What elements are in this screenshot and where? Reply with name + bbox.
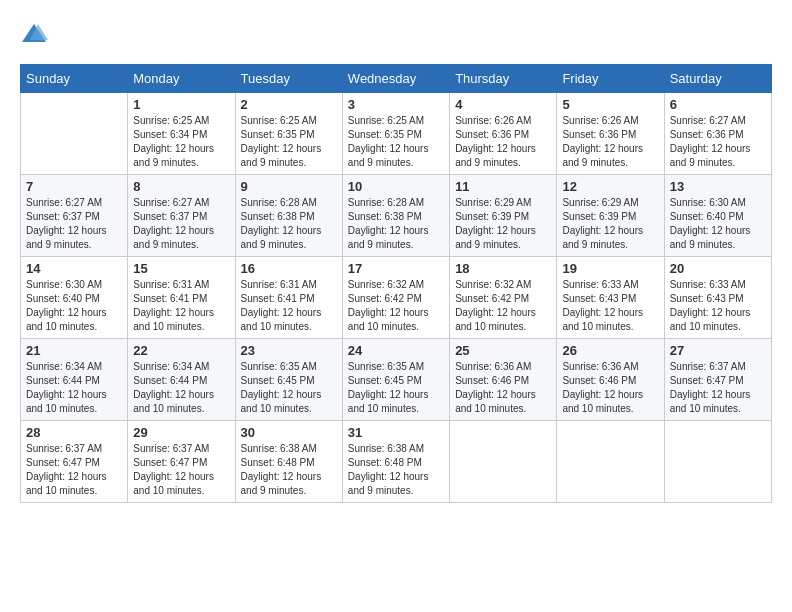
day-number: 29 — [133, 425, 229, 440]
day-info: Sunrise: 6:36 AM Sunset: 6:46 PM Dayligh… — [455, 360, 551, 416]
day-number: 20 — [670, 261, 766, 276]
day-number: 12 — [562, 179, 658, 194]
logo — [20, 20, 52, 48]
calendar-cell: 10Sunrise: 6:28 AM Sunset: 6:38 PM Dayli… — [342, 175, 449, 257]
calendar-cell: 22Sunrise: 6:34 AM Sunset: 6:44 PM Dayli… — [128, 339, 235, 421]
day-info: Sunrise: 6:27 AM Sunset: 6:37 PM Dayligh… — [133, 196, 229, 252]
calendar-cell: 18Sunrise: 6:32 AM Sunset: 6:42 PM Dayli… — [450, 257, 557, 339]
day-number: 15 — [133, 261, 229, 276]
calendar-cell: 29Sunrise: 6:37 AM Sunset: 6:47 PM Dayli… — [128, 421, 235, 503]
day-info: Sunrise: 6:32 AM Sunset: 6:42 PM Dayligh… — [348, 278, 444, 334]
calendar-body: 1Sunrise: 6:25 AM Sunset: 6:34 PM Daylig… — [21, 93, 772, 503]
day-info: Sunrise: 6:25 AM Sunset: 6:35 PM Dayligh… — [241, 114, 337, 170]
day-number: 19 — [562, 261, 658, 276]
calendar-cell: 27Sunrise: 6:37 AM Sunset: 6:47 PM Dayli… — [664, 339, 771, 421]
week-row-1: 7Sunrise: 6:27 AM Sunset: 6:37 PM Daylig… — [21, 175, 772, 257]
day-info: Sunrise: 6:34 AM Sunset: 6:44 PM Dayligh… — [133, 360, 229, 416]
day-number: 1 — [133, 97, 229, 112]
day-number: 4 — [455, 97, 551, 112]
week-row-4: 28Sunrise: 6:37 AM Sunset: 6:47 PM Dayli… — [21, 421, 772, 503]
calendar-cell: 17Sunrise: 6:32 AM Sunset: 6:42 PM Dayli… — [342, 257, 449, 339]
day-number: 24 — [348, 343, 444, 358]
day-info: Sunrise: 6:35 AM Sunset: 6:45 PM Dayligh… — [241, 360, 337, 416]
day-number: 13 — [670, 179, 766, 194]
calendar-cell: 19Sunrise: 6:33 AM Sunset: 6:43 PM Dayli… — [557, 257, 664, 339]
day-info: Sunrise: 6:37 AM Sunset: 6:47 PM Dayligh… — [670, 360, 766, 416]
calendar-cell: 7Sunrise: 6:27 AM Sunset: 6:37 PM Daylig… — [21, 175, 128, 257]
day-number: 10 — [348, 179, 444, 194]
day-number: 7 — [26, 179, 122, 194]
header-thursday: Thursday — [450, 65, 557, 93]
week-row-3: 21Sunrise: 6:34 AM Sunset: 6:44 PM Dayli… — [21, 339, 772, 421]
calendar-cell: 2Sunrise: 6:25 AM Sunset: 6:35 PM Daylig… — [235, 93, 342, 175]
day-number: 30 — [241, 425, 337, 440]
day-number: 11 — [455, 179, 551, 194]
day-info: Sunrise: 6:25 AM Sunset: 6:34 PM Dayligh… — [133, 114, 229, 170]
day-number: 21 — [26, 343, 122, 358]
calendar-cell: 23Sunrise: 6:35 AM Sunset: 6:45 PM Dayli… — [235, 339, 342, 421]
header-row: SundayMondayTuesdayWednesdayThursdayFrid… — [21, 65, 772, 93]
day-info: Sunrise: 6:36 AM Sunset: 6:46 PM Dayligh… — [562, 360, 658, 416]
calendar-cell: 12Sunrise: 6:29 AM Sunset: 6:39 PM Dayli… — [557, 175, 664, 257]
day-info: Sunrise: 6:34 AM Sunset: 6:44 PM Dayligh… — [26, 360, 122, 416]
calendar-cell — [557, 421, 664, 503]
header-tuesday: Tuesday — [235, 65, 342, 93]
calendar-cell: 24Sunrise: 6:35 AM Sunset: 6:45 PM Dayli… — [342, 339, 449, 421]
day-info: Sunrise: 6:26 AM Sunset: 6:36 PM Dayligh… — [455, 114, 551, 170]
day-info: Sunrise: 6:29 AM Sunset: 6:39 PM Dayligh… — [562, 196, 658, 252]
day-info: Sunrise: 6:25 AM Sunset: 6:35 PM Dayligh… — [348, 114, 444, 170]
header-wednesday: Wednesday — [342, 65, 449, 93]
header-sunday: Sunday — [21, 65, 128, 93]
calendar-cell: 13Sunrise: 6:30 AM Sunset: 6:40 PM Dayli… — [664, 175, 771, 257]
day-number: 28 — [26, 425, 122, 440]
calendar-cell: 25Sunrise: 6:36 AM Sunset: 6:46 PM Dayli… — [450, 339, 557, 421]
day-info: Sunrise: 6:27 AM Sunset: 6:37 PM Dayligh… — [26, 196, 122, 252]
week-row-0: 1Sunrise: 6:25 AM Sunset: 6:34 PM Daylig… — [21, 93, 772, 175]
calendar-cell — [21, 93, 128, 175]
day-info: Sunrise: 6:35 AM Sunset: 6:45 PM Dayligh… — [348, 360, 444, 416]
day-number: 27 — [670, 343, 766, 358]
day-number: 9 — [241, 179, 337, 194]
header-saturday: Saturday — [664, 65, 771, 93]
day-number: 8 — [133, 179, 229, 194]
calendar-cell — [450, 421, 557, 503]
day-info: Sunrise: 6:31 AM Sunset: 6:41 PM Dayligh… — [241, 278, 337, 334]
day-info: Sunrise: 6:31 AM Sunset: 6:41 PM Dayligh… — [133, 278, 229, 334]
day-number: 14 — [26, 261, 122, 276]
calendar-cell: 5Sunrise: 6:26 AM Sunset: 6:36 PM Daylig… — [557, 93, 664, 175]
calendar-cell: 9Sunrise: 6:28 AM Sunset: 6:38 PM Daylig… — [235, 175, 342, 257]
day-info: Sunrise: 6:30 AM Sunset: 6:40 PM Dayligh… — [26, 278, 122, 334]
calendar-cell: 11Sunrise: 6:29 AM Sunset: 6:39 PM Dayli… — [450, 175, 557, 257]
day-info: Sunrise: 6:28 AM Sunset: 6:38 PM Dayligh… — [348, 196, 444, 252]
header-monday: Monday — [128, 65, 235, 93]
day-info: Sunrise: 6:30 AM Sunset: 6:40 PM Dayligh… — [670, 196, 766, 252]
calendar-cell: 31Sunrise: 6:38 AM Sunset: 6:48 PM Dayli… — [342, 421, 449, 503]
calendar-cell: 20Sunrise: 6:33 AM Sunset: 6:43 PM Dayli… — [664, 257, 771, 339]
day-info: Sunrise: 6:38 AM Sunset: 6:48 PM Dayligh… — [348, 442, 444, 498]
day-number: 26 — [562, 343, 658, 358]
day-number: 3 — [348, 97, 444, 112]
calendar-cell: 3Sunrise: 6:25 AM Sunset: 6:35 PM Daylig… — [342, 93, 449, 175]
day-info: Sunrise: 6:29 AM Sunset: 6:39 PM Dayligh… — [455, 196, 551, 252]
day-info: Sunrise: 6:32 AM Sunset: 6:42 PM Dayligh… — [455, 278, 551, 334]
day-number: 2 — [241, 97, 337, 112]
day-info: Sunrise: 6:37 AM Sunset: 6:47 PM Dayligh… — [133, 442, 229, 498]
day-number: 25 — [455, 343, 551, 358]
day-info: Sunrise: 6:33 AM Sunset: 6:43 PM Dayligh… — [562, 278, 658, 334]
calendar-cell: 14Sunrise: 6:30 AM Sunset: 6:40 PM Dayli… — [21, 257, 128, 339]
day-info: Sunrise: 6:28 AM Sunset: 6:38 PM Dayligh… — [241, 196, 337, 252]
day-info: Sunrise: 6:37 AM Sunset: 6:47 PM Dayligh… — [26, 442, 122, 498]
day-info: Sunrise: 6:33 AM Sunset: 6:43 PM Dayligh… — [670, 278, 766, 334]
calendar-cell — [664, 421, 771, 503]
day-info: Sunrise: 6:27 AM Sunset: 6:36 PM Dayligh… — [670, 114, 766, 170]
calendar-cell: 30Sunrise: 6:38 AM Sunset: 6:48 PM Dayli… — [235, 421, 342, 503]
day-number: 5 — [562, 97, 658, 112]
calendar-header: SundayMondayTuesdayWednesdayThursdayFrid… — [21, 65, 772, 93]
calendar-cell: 26Sunrise: 6:36 AM Sunset: 6:46 PM Dayli… — [557, 339, 664, 421]
day-number: 17 — [348, 261, 444, 276]
day-number: 18 — [455, 261, 551, 276]
calendar-cell: 1Sunrise: 6:25 AM Sunset: 6:34 PM Daylig… — [128, 93, 235, 175]
calendar-cell: 28Sunrise: 6:37 AM Sunset: 6:47 PM Dayli… — [21, 421, 128, 503]
day-number: 16 — [241, 261, 337, 276]
calendar-cell: 8Sunrise: 6:27 AM Sunset: 6:37 PM Daylig… — [128, 175, 235, 257]
